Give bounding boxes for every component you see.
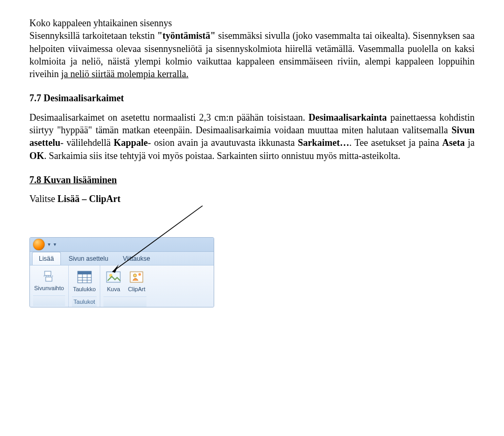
section-heading-7-7: 7.7 Desimaalisarkaimet — [29, 92, 475, 104]
quick-access-toolbar: ▾ ▾ — [30, 238, 214, 252]
group-sivut: Sivunvaihto — [30, 265, 69, 307]
text: Koko kappaleen yhtaikainen sisennys — [29, 18, 172, 28]
text: ja — [465, 137, 475, 148]
office-button-icon[interactable] — [33, 239, 45, 250]
clipart-button[interactable]: ClipArt — [127, 269, 146, 294]
text: Valitse — [29, 194, 58, 204]
bold-text: Desimaalisarkainta — [309, 112, 387, 123]
svg-rect-11 — [107, 272, 120, 282]
group-label — [33, 295, 65, 306]
button-label: ClipArt — [128, 285, 145, 293]
paragraph-insert-clipart: Valitse Lisää – ClipArt — [29, 193, 475, 205]
word-ribbon: ▾ ▾ Lisää Sivun asettelu Viittaukse — [29, 237, 214, 308]
taulukko-button[interactable]: Taulukko — [72, 269, 97, 294]
section-heading-7-8: 7.8 Kuvan lisääminen — [29, 174, 475, 186]
kuva-button[interactable]: Kuva — [103, 269, 123, 294]
group-label: Taulukot — [72, 296, 97, 307]
text: . Tee asetukset ja paina — [349, 137, 442, 148]
paragraph-tabs: Desimaalisarkaimet on asetettu normaalis… — [29, 111, 475, 162]
group-kuvat: Kuva ClipArt — [100, 265, 150, 307]
sivunvaihto-button[interactable]: Sivunvaihto — [33, 269, 65, 293]
text: Desimaalisarkaimet on asetettu normaalis… — [29, 112, 309, 123]
text: - osion avain ja avautuvasta ikkunasta — [148, 137, 298, 148]
svg-rect-2 — [45, 271, 51, 275]
ribbon-tabs: Lisää Sivun asettelu Viittaukse — [30, 252, 214, 265]
bold-text: Lisää – ClipArt — [58, 194, 121, 204]
ribbon-screenshot: ▾ ▾ Lisää Sivun asettelu Viittaukse — [29, 237, 218, 308]
tab-viittaukset[interactable]: Viittaukse — [116, 252, 157, 265]
bold-text: Aseta — [442, 137, 465, 148]
bold-text: OK — [29, 151, 44, 161]
svg-point-15 — [139, 273, 141, 275]
table-icon — [76, 270, 93, 284]
clipart-icon — [128, 270, 145, 284]
svg-rect-6 — [78, 271, 91, 274]
underlined-text: ja neliö siirtää molempia kerralla. — [61, 69, 188, 79]
group-label — [103, 296, 146, 307]
paragraph-indent-heading: Koko kappaleen yhtaikainen sisennys Sise… — [29, 17, 475, 80]
svg-rect-3 — [46, 277, 52, 281]
button-label: Sivunvaihto — [34, 284, 64, 292]
tab-sivun-asettelu[interactable]: Sivun asettelu — [62, 252, 115, 265]
dropdown-icon[interactable]: ▾ — [54, 241, 56, 248]
text: Sisennyksillä tarkoitetaan tekstin — [29, 30, 158, 41]
bold-text: Sarkaimet… — [298, 137, 349, 148]
svg-point-14 — [133, 274, 136, 277]
group-taulukot: Taulukko Taulukot — [69, 265, 100, 307]
bold-text: "työntämistä" — [158, 30, 216, 41]
picture-icon — [104, 270, 122, 284]
page-break-icon — [41, 270, 57, 283]
dropdown-icon[interactable]: ▾ — [48, 241, 50, 248]
button-label: Taulukko — [73, 285, 96, 293]
ribbon-groups: Sivunvaihto — [30, 265, 214, 307]
text: - välilehdellä — [60, 137, 114, 148]
text: . Sarkaimia siis itse tehtyjä voi myös p… — [44, 151, 400, 161]
button-label: Kuva — [107, 285, 120, 293]
tab-lisaa[interactable]: Lisää — [32, 252, 61, 265]
bold-text: Kappale — [114, 137, 148, 148]
